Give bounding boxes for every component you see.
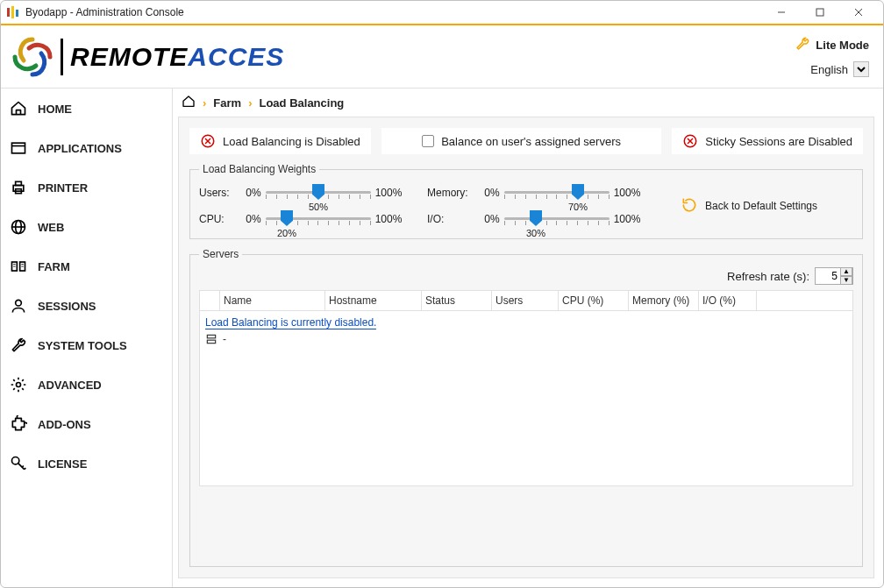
users-label: Users: — [199, 187, 241, 199]
status-sticky-label: Sticky Sessions are Disabled — [705, 135, 852, 148]
header: REMOTE ACCES Lite Mode English — [1, 25, 883, 89]
puzzle-icon — [10, 415, 27, 433]
svg-rect-4 — [816, 9, 823, 16]
x-circle-icon — [200, 133, 216, 149]
sidebar-item-farm[interactable]: FARM — [1, 246, 172, 286]
users-slider[interactable]: 50% — [266, 182, 371, 203]
logo-divider — [61, 39, 63, 75]
language-selector[interactable]: English — [810, 61, 869, 77]
logo: REMOTE ACCES — [11, 36, 284, 78]
io-max: 100% — [610, 213, 645, 225]
spinner-down-button[interactable]: ▼ — [840, 276, 852, 285]
sidebar-item-label: LICENSE — [38, 457, 87, 471]
back-to-default-button[interactable]: Back to Default Settings — [681, 196, 817, 216]
refresh-rate-field[interactable] — [816, 270, 840, 282]
checkbox-icon — [422, 135, 434, 147]
col-memory[interactable]: Memory (%) — [629, 290, 699, 311]
col-name[interactable]: Name — [220, 290, 325, 311]
svg-point-21 — [16, 300, 22, 306]
spinner-up-button[interactable]: ▲ — [840, 267, 852, 276]
svg-rect-7 — [12, 143, 25, 153]
col-hostname[interactable]: Hostname — [325, 290, 422, 311]
cpu-slider[interactable]: 20% — [266, 209, 371, 230]
breadcrumb-home-icon[interactable] — [182, 95, 196, 111]
table-row: - — [205, 333, 847, 345]
close-button[interactable] — [839, 0, 878, 25]
back-to-default-label: Back to Default Settings — [705, 200, 817, 212]
status-sticky-sessions[interactable]: Sticky Sessions are Disabled — [672, 128, 863, 154]
weights-group: Load Balancing Weights Users: 0% 50% 100… — [189, 163, 863, 239]
users-min: 0% — [241, 187, 266, 199]
balance-assigned-checkbox[interactable]: Balance on user's assigned servers — [381, 128, 662, 154]
col-users[interactable]: Users — [492, 290, 559, 311]
col-status[interactable]: Status — [422, 290, 492, 311]
svg-rect-30 — [207, 335, 215, 338]
sidebar-item-label: SYSTEM TOOLS — [38, 339, 127, 352]
window-titlebar: Byodapp - Administration Console — [1, 1, 883, 25]
svg-point-22 — [17, 383, 21, 387]
x-circle-icon — [682, 133, 698, 149]
logo-text-remote: REMOTE — [70, 42, 188, 72]
col-checkbox[interactable] — [199, 290, 220, 311]
weights-legend: Load Balancing Weights — [199, 163, 319, 175]
logo-text-access: ACCES — [188, 42, 284, 72]
sidebar-item-printer[interactable]: PRINTER — [1, 167, 172, 207]
cpu-min: 0% — [241, 213, 266, 225]
language-dropdown[interactable] — [853, 61, 869, 77]
cpu-value: 20% — [277, 228, 296, 238]
sidebar-item-home[interactable]: HOME — [1, 89, 172, 128]
globe-icon — [10, 218, 27, 236]
chevron-right-icon: › — [248, 96, 252, 110]
sidebar-item-sessions[interactable]: SESSIONS — [1, 286, 172, 325]
app-icon — [6, 5, 20, 19]
servers-group: Servers Refresh rate (s): ▲ ▼ — [189, 248, 863, 567]
svg-rect-2 — [16, 10, 18, 17]
gear-icon — [10, 376, 27, 393]
window-icon — [10, 139, 27, 157]
chevron-right-icon: › — [203, 96, 206, 110]
svg-rect-10 — [16, 181, 22, 185]
refresh-rate-input[interactable]: ▲ ▼ — [815, 267, 853, 285]
sidebar-item-applications[interactable]: APPLICATIONS — [1, 128, 172, 167]
svg-rect-31 — [207, 340, 215, 344]
maximize-button[interactable] — [801, 0, 839, 25]
sidebar-item-label: FARM — [38, 260, 70, 273]
sidebar-item-web[interactable]: WEB — [1, 207, 172, 246]
wrench-icon — [795, 36, 810, 54]
sidebar-item-label: SESSIONS — [38, 300, 96, 313]
sidebar-item-label: ADD-ONS — [38, 418, 91, 431]
logo-icon — [11, 36, 53, 78]
sidebar-item-label: HOME — [38, 103, 72, 116]
users-max: 100% — [371, 187, 406, 199]
col-cpu[interactable]: CPU (%) — [559, 290, 629, 311]
breadcrumb-farm[interactable]: Farm — [213, 96, 241, 110]
lite-mode-button[interactable]: Lite Mode — [795, 36, 869, 54]
sidebar-item-advanced[interactable]: ADVANCED — [1, 365, 172, 404]
table-row-empty-label: - — [223, 333, 226, 345]
minimize-button[interactable] — [762, 0, 801, 25]
memory-slider[interactable]: 70% — [504, 182, 610, 203]
cpu-max: 100% — [371, 213, 406, 225]
breadcrumb-load-balancing: Load Balancing — [259, 96, 344, 110]
printer-icon — [10, 179, 27, 196]
window-title: Byodapp - Administration Console — [25, 6, 184, 18]
refresh-rate-label: Refresh rate (s): — [727, 270, 809, 283]
sidebar-item-addons[interactable]: ADD-ONS — [1, 404, 172, 443]
io-slider[interactable]: 30% — [504, 209, 610, 230]
sidebar-item-license[interactable]: LICENSE — [1, 443, 172, 483]
io-min: 0% — [480, 213, 504, 225]
tools-icon — [10, 337, 27, 354]
col-io[interactable]: I/O (%) — [699, 290, 757, 311]
status-load-balancing[interactable]: Load Balancing is Disabled — [189, 128, 371, 154]
sidebar-item-label: APPLICATIONS — [38, 142, 122, 155]
home-icon — [10, 100, 27, 117]
farm-icon — [10, 258, 27, 275]
servers-legend: Servers — [199, 248, 242, 260]
io-label: I/O: — [427, 213, 480, 225]
sidebar-item-system-tools[interactable]: SYSTEM TOOLS — [1, 325, 172, 365]
sidebar-item-label: ADVANCED — [38, 379, 102, 392]
status-lb-label: Load Balancing is Disabled — [223, 135, 360, 148]
breadcrumb: › Farm › Load Balancing — [178, 89, 874, 117]
lb-disabled-message[interactable]: Load Balancing is currently disabled. — [205, 316, 376, 329]
user-icon — [10, 297, 27, 315]
